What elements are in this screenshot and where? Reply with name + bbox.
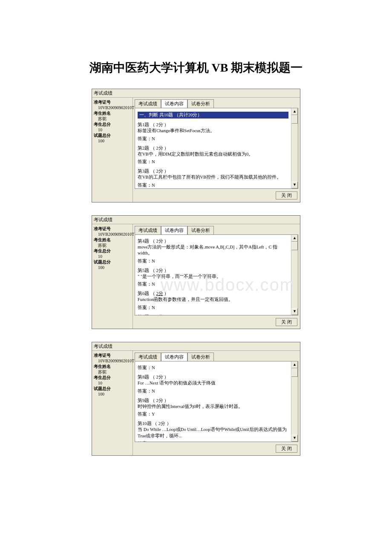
ticket-label: 准考证号 xyxy=(94,353,131,358)
scroll-thumb[interactable] xyxy=(291,115,298,124)
total-value: 100 xyxy=(94,138,131,144)
total-value: 100 xyxy=(94,391,131,397)
score-value: 10 xyxy=(94,127,131,133)
scroll-up-icon[interactable]: ▲ xyxy=(291,235,298,242)
q10-answer: 答案：N xyxy=(138,441,288,442)
name-value: 苏驼 xyxy=(94,369,131,375)
tab-content[interactable]: 试卷内容 xyxy=(161,226,187,234)
scrollbar[interactable]: ▲ ▼ xyxy=(291,361,298,442)
score-label: 考生总分 xyxy=(94,248,131,254)
sidebar: 准考证号 10VB20090902010T 考生姓名 苏驼 考生总分 10 试题… xyxy=(92,224,133,329)
name-value: 苏驼 xyxy=(94,116,131,121)
ticket-label: 准考证号 xyxy=(94,99,131,105)
q9-answer: 答案：Y xyxy=(138,411,288,417)
ticket-value: 10VB20090902010T xyxy=(94,231,131,237)
q1-title: 第1题 （ 2分 ） xyxy=(138,122,288,128)
tab-analysis[interactable]: 试卷分析 xyxy=(187,353,214,361)
q5-answer: 答案：N xyxy=(138,281,288,287)
q5-title: 第5题 （ 2分 ） xyxy=(138,268,288,274)
scroll-down-icon[interactable]: ▼ xyxy=(291,435,298,442)
tab-score[interactable]: 考试成绩 xyxy=(135,99,161,108)
scroll-up-icon[interactable]: ▲ xyxy=(291,108,298,115)
q10-title: 第10题 （ 2分 ） xyxy=(138,421,288,427)
scroll-down-icon[interactable]: ▼ xyxy=(291,308,298,315)
q8-body: For …Next 语句中的初值必须大于终值 xyxy=(138,380,288,386)
q7-title: 第7题 （ 2分 ） xyxy=(138,314,288,315)
q2-title: 第2题 （ 2分 ） xyxy=(138,145,288,151)
tab-analysis[interactable]: 试卷分析 xyxy=(187,226,214,234)
total-value: 100 xyxy=(94,265,131,270)
q4-answer: 答案：N xyxy=(138,258,288,264)
tab-score[interactable]: 考试成绩 xyxy=(135,353,161,361)
ticket-value: 10VB20090902010T xyxy=(94,358,131,364)
score-label: 考生总分 xyxy=(94,375,131,380)
scroll-thumb[interactable] xyxy=(291,368,298,377)
close-button[interactable]: 关 闭 xyxy=(276,191,297,199)
close-button[interactable]: 关 闭 xyxy=(276,318,297,326)
score-value: 10 xyxy=(94,380,131,386)
tab-content[interactable]: 试卷内容 xyxy=(161,99,187,108)
close-button[interactable]: 关 闭 xyxy=(276,445,297,453)
q6-body: Function函数有参数传递，并且一定有返回值。 xyxy=(138,297,288,303)
q2-answer: 答案：N xyxy=(138,159,288,165)
q1-body: 标签没有Change事件和SetFocus方法。 xyxy=(138,128,288,134)
q1-answer: 答案：N xyxy=(138,136,288,142)
name-label: 考生姓名 xyxy=(94,364,131,369)
q5-body: " "是一个字符串，而""不是一个字符串。 xyxy=(138,274,288,280)
content-scrollpane: 答案：N 第8题 （ 2分 ） For …Next 语句中的初值必须大于终值 答… xyxy=(135,361,291,442)
tab-score[interactable]: 考试成绩 xyxy=(135,226,161,234)
content-scrollpane: 一、判断 共10题 （共计20分） 第1题 （ 2分 ） 标签没有Change事… xyxy=(135,108,291,188)
scroll-up-icon[interactable]: ▲ xyxy=(291,361,298,368)
q4-title: 第4题 （ 2分 ） xyxy=(138,238,288,244)
q4-body: move方法的一般形式是：对象名.move A,B[,C,D]，其中A指Left… xyxy=(138,244,288,256)
window-title: 考试成绩 xyxy=(92,342,300,351)
scroll-down-icon[interactable]: ▼ xyxy=(291,182,298,188)
tabs: 考试成绩 试卷内容 试卷分析 xyxy=(133,351,300,361)
window-title: 考试成绩 xyxy=(92,216,300,224)
scroll-thumb[interactable] xyxy=(291,242,298,250)
q9-title: 第9题 （ 2分 ） xyxy=(138,398,288,404)
tab-content[interactable]: 试卷内容 xyxy=(161,353,187,361)
scrollbar[interactable]: ▲ ▼ xyxy=(291,108,298,188)
q6-title: 第6题 （ 2分 ） xyxy=(138,291,169,296)
q7-answer: 答案：N xyxy=(138,365,288,371)
q2-body: 在VB中，用DIM定义数组时数组元素也自动赋初值为0。 xyxy=(138,151,288,157)
q10-body: 当 Do While …Loop或Do Until…Loop语句中While或U… xyxy=(138,427,288,439)
tabs: 考试成绩 试卷内容 试卷分析 xyxy=(133,224,300,234)
content-scrollpane: 第4题 （ 2分 ） move方法的一般形式是：对象名.move A,B[,C,… xyxy=(135,235,291,315)
q3-title: 第3题 （ 2分 ） xyxy=(138,168,288,174)
total-label: 试题总分 xyxy=(94,133,131,138)
exam-panel-3: 考试成绩 准考证号 10VB20090902010T 考生姓名 苏驼 考生总分 … xyxy=(92,342,300,456)
exam-panel-2: 考试成绩 准考证号 10VB20090902010T 考生姓名 苏驼 考生总分 … xyxy=(92,215,300,329)
window-title: 考试成绩 xyxy=(92,89,300,98)
name-value: 苏驼 xyxy=(94,243,131,248)
sidebar: 准考证号 10VB20090902010T 考生姓名 苏驼 考生总分 10 试题… xyxy=(92,351,133,455)
q8-answer: 答案：N xyxy=(138,388,288,394)
total-label: 试题总分 xyxy=(94,386,131,391)
score-label: 考生总分 xyxy=(94,121,131,127)
tab-analysis[interactable]: 试卷分析 xyxy=(187,99,214,108)
section-header-1: 一、判断 共10题 （共计20分） xyxy=(138,112,288,119)
name-label: 考生姓名 xyxy=(94,110,131,116)
scrollbar[interactable]: ▲ ▼ xyxy=(291,235,298,315)
q8-title: 第8题 （ 2分 ） xyxy=(138,374,288,380)
sidebar: 准考证号 10VB20090902010T 考生姓名 苏驼 考生总分 10 试题… xyxy=(92,98,133,202)
name-label: 考生姓名 xyxy=(94,237,131,243)
q6-answer: 答案：N xyxy=(138,305,288,311)
total-label: 试题总分 xyxy=(94,259,131,265)
q3-answer: 答案：N xyxy=(138,182,288,188)
score-value: 10 xyxy=(94,254,131,259)
ticket-value: 10VB20090902010T xyxy=(94,105,131,110)
q9-body: 时钟控件的属性Interval值为0时，表示屏蔽计时器。 xyxy=(138,404,288,410)
exam-panel-1: 考试成绩 准考证号 10VB20090902010T 考生姓名 苏驼 考生总分 … xyxy=(92,89,300,202)
page-title: 湖南中医药大学计算机 VB 期末模拟题一 xyxy=(0,60,392,76)
q3-body: 在VB的工具栏中包括了所有的VB控件，我们不能再加载其他的控件。 xyxy=(138,174,288,180)
tabs: 考试成绩 试卷内容 试卷分析 xyxy=(133,98,300,108)
ticket-label: 准考证号 xyxy=(94,226,131,231)
